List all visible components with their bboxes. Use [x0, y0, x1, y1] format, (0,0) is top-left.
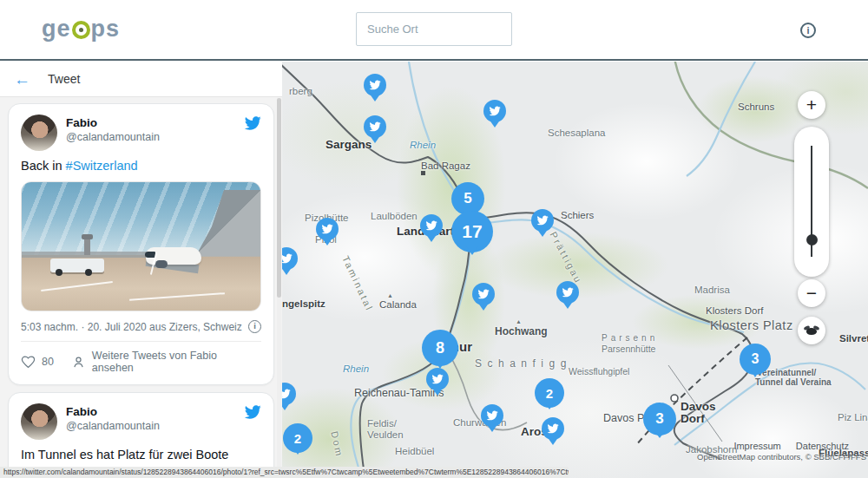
- tweet-marker[interactable]: [364, 115, 386, 138]
- tweet-marker[interactable]: [282, 383, 296, 405]
- browser-link-preview: https://twitter.com/calandamountain/stat…: [0, 467, 569, 478]
- author-name: Fabio: [66, 405, 244, 418]
- datenschutz-link[interactable]: Datenschutz: [796, 441, 849, 451]
- zoom-in-button[interactable]: +: [798, 91, 825, 119]
- tweet-cluster-marker[interactable]: 2: [283, 423, 312, 453]
- tweet-cluster-marker[interactable]: 5: [451, 182, 484, 215]
- logo-text-post: ps: [91, 16, 121, 43]
- tweet-marker[interactable]: [556, 281, 579, 304]
- tweet-cluster-marker[interactable]: 8: [422, 330, 458, 366]
- map-canvas[interactable]: rbergSargansRheinBad RagazSchrunsSchesap…: [282, 62, 868, 478]
- place-search: [356, 12, 512, 46]
- tweet-marker[interactable]: [481, 404, 503, 427]
- baselayer-toggle-button[interactable]: [798, 317, 825, 344]
- geops-realtime-map-app: geps i ← Tweet Fabio @calandamount: [0, 0, 868, 478]
- photo-control-tower: [84, 238, 90, 255]
- twitter-bird-icon[interactable]: [244, 403, 261, 421]
- app-header: geps i: [0, 0, 868, 61]
- avatar[interactable]: [21, 115, 57, 151]
- tweet-text-plain: Back in: [21, 159, 66, 173]
- tweet-list: Fabio @calandamountain Back in #Switzerl…: [0, 97, 282, 478]
- app-info-icon[interactable]: i: [800, 23, 816, 38]
- avatar[interactable]: [21, 403, 57, 440]
- twitter-bird-icon[interactable]: [244, 115, 261, 132]
- tweet-card[interactable]: Fabio @calandamountain Back in #Switzerl…: [8, 103, 274, 385]
- tweet-author: Fabio @calandamountain: [66, 403, 244, 432]
- aerial-layer-icon: [804, 325, 819, 336]
- tweet-cluster-marker[interactable]: 3: [643, 403, 676, 435]
- search-input[interactable]: [367, 23, 520, 36]
- tweet-marker[interactable]: [531, 209, 554, 232]
- legal-links: Impressum Datenschutz: [721, 441, 849, 451]
- tweet-cluster-marker[interactable]: 17: [451, 211, 493, 252]
- person-icon: [71, 355, 86, 370]
- tweet-header: Fabio @calandamountain: [21, 115, 261, 151]
- tweet-photo-airport[interactable]: [21, 181, 261, 311]
- geops-logo[interactable]: geps: [42, 16, 120, 43]
- author-handle: @calandamountain: [66, 131, 244, 143]
- map-attribution: OpenStreetMap contributors, © SBB/CFF/FF…: [697, 452, 866, 462]
- more-tweets-link[interactable]: Weitere Tweets von Fabio ansehen: [92, 350, 261, 374]
- tweet-text: Im Tunnel es hat Platz für zwei Boote: [21, 448, 261, 462]
- tweet-text: Back in #Switzerland: [21, 159, 261, 173]
- like-count[interactable]: 80: [42, 356, 54, 368]
- tweet-marker[interactable]: [483, 100, 506, 122]
- tweet-actions: 80 Weitere Tweets von Fabio ansehen: [21, 341, 261, 374]
- tweet-info-icon[interactable]: i: [248, 320, 261, 333]
- tweet-meta-row: 5:03 nachm. · 20. Juli 2020 aus Zizers, …: [21, 320, 261, 333]
- photo-tow-truck: [50, 259, 104, 272]
- tweet-cluster-marker[interactable]: 2: [535, 378, 564, 408]
- zoom-slider-thumb[interactable]: [806, 234, 818, 246]
- hashtag-link[interactable]: #Switzerland: [66, 159, 138, 173]
- logo-text-pre: ge: [42, 16, 71, 43]
- author-name: Fabio: [66, 116, 244, 129]
- back-arrow-icon[interactable]: ←: [14, 71, 30, 88]
- logo-o-ring-icon: [72, 21, 90, 39]
- tweet-marker[interactable]: [472, 283, 495, 305]
- zoom-slider[interactable]: [794, 127, 829, 277]
- tweet-timestamp: 5:03 nachm. · 20. Juli 2020 aus Zizers, …: [21, 321, 242, 333]
- author-handle: @calandamountain: [66, 420, 244, 432]
- like-heart-icon[interactable]: [21, 355, 36, 370]
- tweet-panel: ← Tweet Fabio @calandamountain Back in #…: [0, 62, 282, 478]
- sidebar-scrollbar-thumb[interactable]: [277, 98, 281, 298]
- sidebar-scrollbar[interactable]: [277, 98, 281, 478]
- impressum-link[interactable]: Impressum: [733, 441, 780, 451]
- tweet-marker[interactable]: [316, 218, 339, 240]
- tweet-card[interactable]: Fabio @calandamountain Im Tunnel es hat …: [8, 392, 274, 478]
- tweet-marker[interactable]: [364, 74, 386, 96]
- tweet-marker[interactable]: [282, 247, 298, 270]
- tweet-cluster-marker[interactable]: 3: [740, 344, 771, 375]
- tweet-author: Fabio @calandamountain: [66, 115, 244, 143]
- tweet-panel-header: ← Tweet: [0, 62, 282, 97]
- tweet-header: Fabio @calandamountain: [21, 403, 261, 440]
- panel-title: Tweet: [48, 72, 80, 86]
- tweet-marker[interactable]: [420, 214, 443, 237]
- zoom-out-button[interactable]: −: [798, 279, 825, 307]
- tweet-marker[interactable]: [542, 417, 564, 440]
- photo-airplane-engine: [155, 260, 168, 268]
- map-markers-layer: 51782332: [282, 62, 868, 478]
